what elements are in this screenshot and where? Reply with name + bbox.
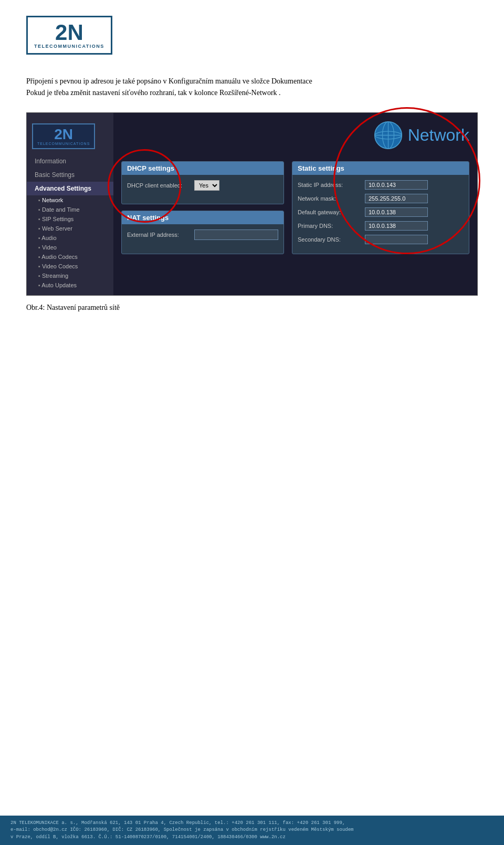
default-gateway-value: 10.0.0.138	[365, 207, 428, 217]
static-panel: Static settings Static IP address: 10.0.…	[292, 161, 469, 254]
static-ip-row: Static IP address: 10.0.0.143	[298, 180, 464, 190]
static-panel-body: Static IP address: 10.0.0.143 Network ma…	[292, 175, 469, 254]
dhcp-panel-header: DHCP settings	[122, 162, 284, 175]
sidebar-sub-webserver[interactable]: Web Server	[27, 224, 113, 233]
logo-2n-text: 2N	[55, 22, 83, 44]
sidebar: 2N TELECOMMUNICATIONS Information Basic …	[27, 113, 113, 295]
default-gateway-row: Default gateway: 10.0.0.138	[298, 207, 464, 217]
sidebar-sub-audio-codecs[interactable]: Audio Codecs	[27, 252, 113, 262]
main-content: Network DHCP settings DHCP client enable…	[113, 113, 477, 295]
caption: Obr.4: Nastavení parametrů sítě	[26, 304, 478, 312]
footer-left: 2N TELEKOMUNIKACE a. s., Modřanská 621, …	[10, 820, 494, 841]
sidebar-sub-datetime[interactable]: Date and Time	[27, 205, 113, 214]
sidebar-basic-settings[interactable]: Basic Settings	[27, 168, 113, 182]
logo-telecom-text: TELECOMMUNICATIONS	[34, 44, 104, 49]
intro-paragraph1: Připojení s pevnou ip adresou je také po…	[26, 77, 312, 85]
network-mask-row: Network mask: 255.255.255.0	[298, 194, 464, 203]
dhcp-client-select[interactable]: Yes No	[194, 180, 219, 191]
primary-dns-row: Primary DNS: 10.0.0.138	[298, 221, 464, 231]
network-title-text: Network	[408, 126, 469, 145]
intro-paragraph2: Pokud je třeba změnit nastavení síťového…	[26, 89, 281, 97]
network-title-area: Network	[374, 121, 469, 150]
sidebar-sub-streaming[interactable]: Streaming	[27, 271, 113, 280]
static-ip-label: Static IP address:	[298, 182, 361, 188]
intro-text: Připojení s pevnou ip adresou je také po…	[26, 76, 478, 99]
default-gateway-label: Default gateway:	[298, 209, 361, 215]
secondary-dns-row: Secondary DNS:	[298, 235, 464, 244]
network-mask-value: 255.255.255.0	[365, 194, 428, 203]
sidebar-sub-network[interactable]: Network	[27, 195, 113, 205]
sidebar-sub-audio[interactable]: Audio	[27, 233, 113, 243]
screenshot-logo-2n: 2N	[54, 127, 73, 142]
dhcp-panel: DHCP settings DHCP client enabled: Yes N…	[121, 161, 284, 205]
screenshot-image: 2N TELECOMMUNICATIONS Information Basic …	[26, 112, 478, 296]
static-ip-value: 10.0.0.143	[365, 180, 428, 190]
footer-inner: 2N TELEKOMUNIKACE a. s., Modřanská 621, …	[10, 820, 494, 841]
secondary-dns-label: Secondary DNS:	[298, 236, 361, 243]
footer-line1: 2N TELEKOMUNIKACE a. s., Modřanská 621, …	[10, 820, 494, 827]
dhcp-panel-body: DHCP client enabled: Yes No	[122, 175, 284, 200]
screenshot-logo-telecom: TELECOMMUNICATIONS	[37, 142, 90, 145]
external-ip-label: External IP address:	[127, 232, 190, 238]
footer-line3: v Praze, oddíl B, vložka 6613. Č.Ú.: 51-…	[10, 834, 494, 841]
left-panels: DHCP settings DHCP client enabled: Yes N…	[121, 161, 284, 254]
secondary-dns-value	[365, 235, 428, 244]
footer-line2: e-mail: obchod@2n.cz IČO: 26183960, DIČ:…	[10, 827, 494, 834]
network-mask-label: Network mask:	[298, 195, 361, 202]
sidebar-information[interactable]: Information	[27, 154, 113, 168]
company-logo: 2N TELECOMMUNICATIONS	[26, 16, 112, 55]
network-header: Network	[121, 121, 469, 150]
primary-dns-value: 10.0.0.138	[365, 221, 428, 231]
sidebar-sub-video-codecs[interactable]: Video Codecs	[27, 262, 113, 271]
dhcp-client-label: DHCP client enabled:	[127, 182, 190, 189]
screenshot-logo-box: 2N TELECOMMUNICATIONS	[32, 123, 95, 149]
globe-icon	[374, 121, 403, 150]
external-ip-row: External IP address:	[127, 229, 278, 240]
sidebar-sub-sip[interactable]: SIP Settings	[27, 214, 113, 224]
static-panel-header: Static settings	[292, 162, 469, 175]
external-ip-input[interactable]	[194, 229, 278, 240]
sidebar-sub-video[interactable]: Video	[27, 243, 113, 252]
sidebar-advanced-settings[interactable]: Advanced Settings	[27, 182, 113, 195]
screenshot-container: 2N TELECOMMUNICATIONS Information Basic …	[26, 112, 478, 296]
nat-panel-body: External IP address:	[122, 224, 284, 249]
dhcp-client-row: DHCP client enabled: Yes No	[127, 180, 278, 191]
settings-row: DHCP settings DHCP client enabled: Yes N…	[121, 161, 469, 254]
screenshot-logo: 2N TELECOMMUNICATIONS	[27, 118, 113, 154]
sidebar-sub-auto-updates[interactable]: Auto Updates	[27, 280, 113, 290]
nat-panel: NAT settings External IP address:	[121, 211, 284, 254]
footer: 2N TELEKOMUNIKACE a. s., Modřanská 621, …	[0, 816, 504, 846]
primary-dns-label: Primary DNS:	[298, 223, 361, 229]
nat-panel-header: NAT settings	[122, 211, 284, 224]
logo-area: 2N TELECOMMUNICATIONS	[26, 16, 478, 55]
